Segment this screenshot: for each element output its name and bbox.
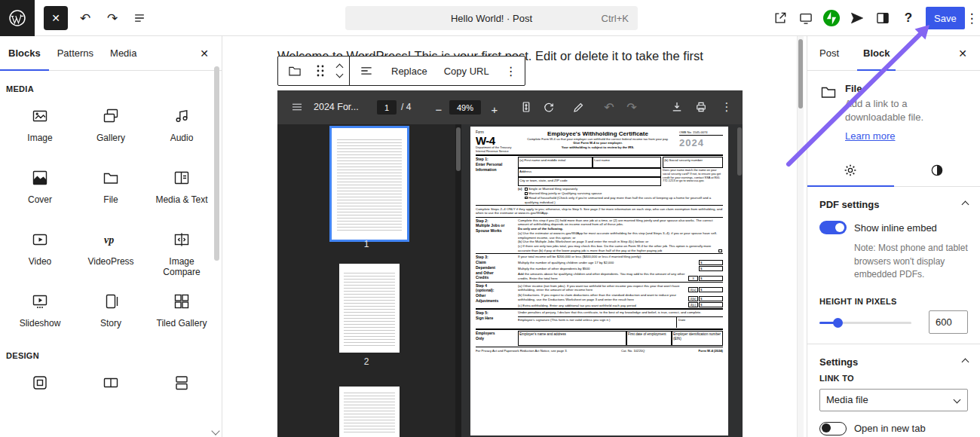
fit-page-icon bbox=[519, 100, 533, 114]
publish-send-button[interactable] bbox=[847, 8, 867, 28]
tab-block-settings[interactable] bbox=[807, 154, 894, 186]
height-input[interactable] bbox=[929, 310, 968, 334]
w4-employers-label-2: Only bbox=[476, 336, 516, 341]
tab-block[interactable]: Block bbox=[851, 36, 902, 70]
tab-patterns[interactable]: Patterns bbox=[49, 36, 102, 70]
preview-devices-button[interactable] bbox=[796, 8, 816, 28]
block-item-row[interactable] bbox=[75, 363, 146, 425]
settings-sidebar-toggle[interactable] bbox=[873, 8, 893, 28]
pdf-page-input[interactable]: 1 bbox=[377, 100, 397, 115]
settings-panel-toggle[interactable]: Settings bbox=[807, 344, 980, 374]
block-item-story[interactable]: Story bbox=[75, 282, 146, 344]
pdf-redo-button[interactable]: ↷ bbox=[623, 98, 641, 116]
tab-blocks[interactable]: Blocks bbox=[0, 36, 49, 70]
block-item-slideshow[interactable]: Slideshow bbox=[5, 282, 75, 344]
hamburger-menu-icon bbox=[290, 100, 304, 114]
w4-amount-box: $ bbox=[699, 302, 723, 307]
pdf-thumbnail-page-3[interactable] bbox=[339, 387, 400, 437]
thumbnail-scrollbar[interactable] bbox=[455, 124, 461, 437]
block-item-stack[interactable] bbox=[146, 363, 217, 425]
copy-url-button[interactable]: Copy URL bbox=[436, 57, 498, 85]
checkbox bbox=[525, 188, 528, 191]
w4-step4-label-2: (optional): bbox=[476, 288, 516, 293]
block-item-label: Image bbox=[27, 133, 52, 143]
block-toolbar: Replace Copy URL ⋮ bbox=[277, 56, 525, 86]
block-item-image-compare[interactable]: Image Compare bbox=[146, 220, 217, 282]
block-item-file[interactable]: File bbox=[75, 158, 146, 220]
pdf-print-button[interactable] bbox=[692, 98, 710, 116]
close-inserter-button[interactable]: ✕ bbox=[44, 6, 68, 30]
pdf-sidebar-toggle-button[interactable] bbox=[288, 98, 306, 116]
undo-button[interactable]: ↶ bbox=[75, 8, 95, 28]
save-button[interactable]: Save bbox=[926, 7, 965, 29]
open-new-tab-row: Open in new tab bbox=[807, 417, 980, 437]
link-to-select[interactable]: Media file bbox=[819, 389, 968, 411]
w4-step4-b: (b) Deductions. If you expect to claim d… bbox=[518, 293, 688, 301]
thumbnail-1-label: 1 bbox=[277, 239, 455, 249]
jetpack-button[interactable] bbox=[822, 8, 841, 28]
pdf-scrollbar-thumb[interactable] bbox=[737, 127, 742, 176]
align-button[interactable] bbox=[350, 57, 383, 85]
pdf-undo-button[interactable]: ↶ bbox=[600, 98, 618, 116]
replace-button[interactable]: Replace bbox=[383, 57, 436, 85]
tab-post[interactable]: Post bbox=[807, 36, 851, 70]
inserter-scrollbar-thumb[interactable] bbox=[214, 66, 219, 261]
close-icon: ✕ bbox=[958, 47, 967, 60]
pdf-fit-page-button[interactable] bbox=[517, 98, 535, 116]
block-movers[interactable] bbox=[329, 57, 349, 85]
scroll-down-chevron-icon[interactable] bbox=[211, 426, 219, 435]
w4-ein-field: Employer identification number (EIN) bbox=[672, 331, 723, 346]
file-block-icon bbox=[102, 169, 120, 187]
block-item-media-text[interactable]: Media & Text bbox=[146, 158, 217, 220]
tab-block-styles[interactable] bbox=[894, 154, 980, 186]
link-to-value: Media file bbox=[826, 394, 868, 405]
pdf-rotate-button[interactable] bbox=[540, 98, 558, 116]
pdf-download-button[interactable] bbox=[668, 98, 686, 116]
block-options-button[interactable]: ⋮ bbox=[498, 57, 525, 85]
show-inline-embed-toggle[interactable] bbox=[819, 221, 847, 234]
view-post-button[interactable] bbox=[770, 8, 790, 28]
file-block-type-button[interactable] bbox=[278, 57, 311, 85]
command-center-bar[interactable]: Hello World! · Post Ctrl+K bbox=[345, 6, 638, 30]
options-menu-button[interactable]: ⋮ bbox=[962, 8, 980, 28]
block-item-image[interactable]: Image bbox=[5, 96, 75, 158]
pdf-more-button[interactable]: ⋮ bbox=[718, 98, 736, 116]
link-to-label: LINK TO bbox=[807, 374, 980, 387]
block-item-videopress[interactable]: vp VideoPress bbox=[75, 220, 146, 282]
open-new-tab-toggle[interactable] bbox=[819, 422, 847, 435]
pdf-annotate-button[interactable] bbox=[570, 98, 588, 116]
editor-scrollbar-thumb[interactable] bbox=[798, 39, 803, 108]
block-item-tiled-gallery[interactable]: Tiled Gallery bbox=[146, 282, 217, 344]
block-item-gallery[interactable]: Gallery bbox=[75, 96, 146, 158]
w4-step3-label: Step 3: bbox=[476, 255, 516, 260]
block-item-video[interactable]: Video bbox=[5, 220, 75, 282]
height-slider-knob[interactable] bbox=[833, 318, 843, 328]
pdf-settings-panel-toggle[interactable]: PDF settings bbox=[807, 187, 980, 216]
help-button[interactable]: ? bbox=[899, 8, 918, 28]
learn-more-link[interactable]: Learn more bbox=[845, 130, 895, 142]
w4-step5-body: Under penalties of perjury, I declare th… bbox=[518, 310, 723, 315]
block-item-label: Video bbox=[29, 256, 51, 267]
pdf-thumbnail-page-2[interactable] bbox=[339, 264, 400, 353]
thumbnail-scrollbar-thumb[interactable] bbox=[456, 127, 461, 171]
redo-button[interactable]: ↷ bbox=[103, 8, 122, 28]
block-item-cover[interactable]: Cover bbox=[5, 158, 75, 220]
block-item-label: VideoPress bbox=[87, 256, 133, 267]
close-inserter-panel-button[interactable]: ✕ bbox=[196, 45, 213, 62]
w4-step2-c: (c) If there are only two jobs total, yo… bbox=[518, 244, 717, 252]
wordpress-logo[interactable] bbox=[0, 0, 35, 36]
block-item-group[interactable] bbox=[5, 363, 75, 425]
row-block-icon bbox=[102, 374, 120, 392]
tab-media[interactable]: Media bbox=[102, 36, 145, 70]
close-settings-button[interactable]: ✕ bbox=[954, 45, 971, 62]
pdf-zoom-level[interactable]: 49% bbox=[449, 100, 481, 115]
monitor-icon bbox=[798, 11, 813, 26]
pdf-zoom-in-button[interactable]: + bbox=[485, 100, 504, 118]
block-card-title: File bbox=[845, 83, 968, 94]
document-overview-button[interactable] bbox=[130, 8, 149, 28]
drag-handle[interactable] bbox=[311, 57, 329, 85]
pdf-thumbnail-page-1[interactable] bbox=[332, 128, 407, 240]
editor-scrollbar[interactable] bbox=[797, 36, 804, 437]
pdf-zoom-out-button[interactable]: − bbox=[430, 100, 448, 118]
block-item-audio[interactable]: Audio bbox=[146, 96, 217, 158]
